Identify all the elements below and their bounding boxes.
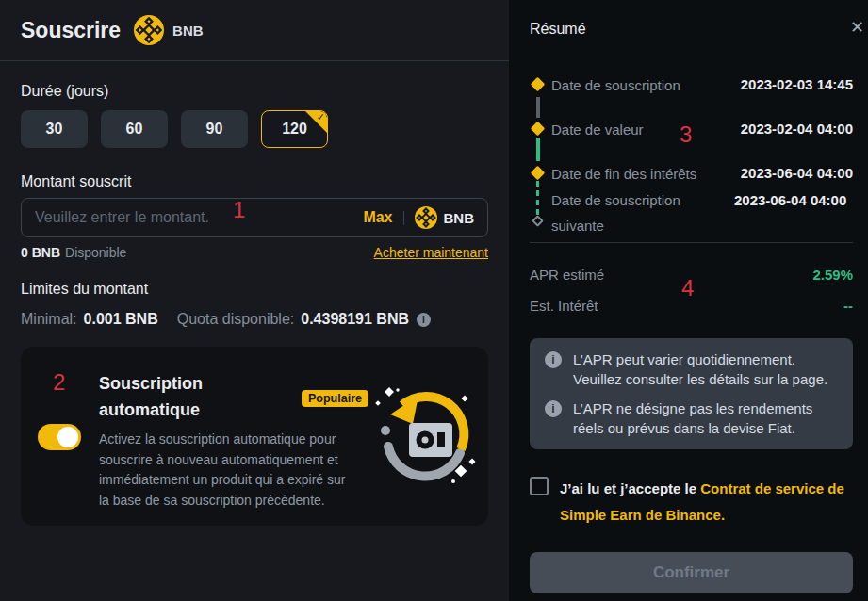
timeline-value: 2023-06-04 04:00: [734, 187, 853, 213]
note-text: L’APR peut varier quotidiennement. Veuil…: [573, 349, 838, 389]
timeline-label: Date de souscription suivante: [551, 187, 702, 238]
timeline-value: 2023-06-04 04:00: [741, 165, 853, 181]
available-value: 0 BNB: [21, 245, 60, 260]
confirm-button[interactable]: Confirmer: [530, 552, 853, 593]
interest-label: Est. Intérêt: [530, 298, 598, 314]
timeline-connector: [536, 97, 540, 118]
timeline-connector: [536, 138, 540, 161]
duration-label: Durée (jours): [21, 83, 488, 100]
timeline-row: Date de fin des intérêts 2023-06-04 04:0…: [530, 165, 853, 184]
agreement-text: J’ai lu et j’accepte le Contrat de servi…: [560, 476, 853, 528]
amount-label: Montant souscrit: [21, 173, 488, 190]
timeline-value: 2023-02-04 04:00: [741, 121, 853, 137]
agreement-row: J’ai lu et j’accepte le Contrat de servi…: [530, 476, 853, 528]
timeline-label: Date de souscription: [551, 76, 680, 95]
amount-input-box: Max BNB: [21, 198, 488, 237]
interest-value: --: [843, 298, 853, 314]
quota-label: Quota disponible:: [177, 311, 295, 328]
available-label: Disponible: [65, 245, 126, 260]
summary-panel: Résumé ✕ Date de souscription 2023-02-03…: [509, 0, 868, 601]
timeline-label: Date de fin des intérêts: [551, 165, 696, 184]
close-icon[interactable]: ✕: [850, 19, 864, 36]
subscribe-modal: Souscrire BNB Durée (jours) 30: [0, 0, 868, 601]
subscribe-header: Souscrire BNB: [0, 0, 509, 61]
auto-subscription-card: Souscription automatique Populaire Activ…: [21, 347, 488, 526]
apr-label: APR estimé: [530, 267, 604, 283]
info-icon: i: [545, 351, 562, 368]
info-icon[interactable]: i: [417, 313, 431, 327]
duration-option-90[interactable]: 90: [181, 110, 248, 148]
coin-label: BNB: [172, 23, 204, 39]
annotation-4: 4: [681, 277, 694, 300]
bnb-coin-icon: [134, 15, 164, 45]
apr-value: 2.59%: [812, 267, 853, 283]
annotation-1: 1: [233, 199, 245, 221]
agreement-checkbox[interactable]: [530, 477, 549, 495]
max-button[interactable]: Max: [363, 209, 392, 226]
popular-badge: Populaire: [302, 390, 368, 407]
summary-title: Résumé: [530, 21, 853, 38]
auto-subscription-description: Activez la souscription automatique pour…: [99, 430, 359, 512]
coin-label: BNB: [444, 210, 475, 226]
timeline-row: Date de souscription suivante 2023-06-04…: [530, 187, 853, 238]
apr-notes-panel: i L’APR peut varier quotidiennement. Veu…: [530, 338, 853, 449]
minimal-value: 0.001 BNB: [84, 311, 158, 328]
duration-option-label: 120: [282, 121, 307, 137]
subscribe-body: Durée (jours) 30 60 90 120 ✓ Montant sou…: [0, 83, 509, 526]
auto-subscription-title: Souscription automatique: [99, 371, 304, 424]
duration-options: 30 60 90 120 ✓: [21, 110, 488, 148]
bnb-coin-icon: [415, 206, 437, 229]
note-item: i L’APR peut varier quotidiennement. Veu…: [545, 349, 838, 389]
summary-timeline: Date de souscription 2023-02-03 14:45 Da…: [530, 76, 853, 233]
note-text: L’APR ne désigne pas les rendements réel…: [573, 398, 838, 438]
note-item: i L’APR ne désigne pas les rendements ré…: [545, 398, 838, 438]
available-row: 0 BNBDisponible Acheter maintenant: [21, 245, 488, 260]
limits-title: Limites du montant: [21, 281, 488, 298]
timeline-row: Date de souscription 2023-02-03 14:45: [530, 76, 853, 95]
limits-row: Minimal: 0.001 BNB Quota disponible: 0.4…: [21, 311, 488, 328]
auto-renew-illustration-icon: [371, 384, 477, 490]
separator: [403, 211, 404, 225]
divider: [530, 242, 853, 243]
annotation-2: 2: [53, 371, 65, 394]
agreement-prefix: J’ai lu et j’accepte le: [560, 480, 700, 496]
duration-option-30[interactable]: 30: [21, 110, 88, 148]
timeline-label: Date de valeur: [551, 121, 644, 139]
duration-option-120-selected[interactable]: 120 ✓: [261, 110, 328, 148]
timeline-value: 2023-02-03 14:45: [741, 76, 853, 92]
minimal-label: Minimal:: [21, 311, 77, 328]
check-icon: ✓: [317, 112, 325, 122]
info-icon: i: [545, 400, 562, 417]
duration-option-60[interactable]: 60: [101, 110, 168, 148]
toggle-knob: [57, 427, 78, 447]
available-text: 0 BNBDisponible: [21, 245, 126, 260]
buy-now-link[interactable]: Acheter maintenant: [374, 245, 488, 260]
page-title: Souscrire: [21, 18, 121, 43]
subscribe-panel: Souscrire BNB Durée (jours) 30: [0, 0, 509, 601]
annotation-3: 3: [680, 123, 692, 146]
quota-value: 0.4398191 BNB: [301, 311, 409, 328]
amount-input[interactable]: [35, 209, 363, 226]
auto-subscription-toggle[interactable]: [38, 424, 81, 450]
